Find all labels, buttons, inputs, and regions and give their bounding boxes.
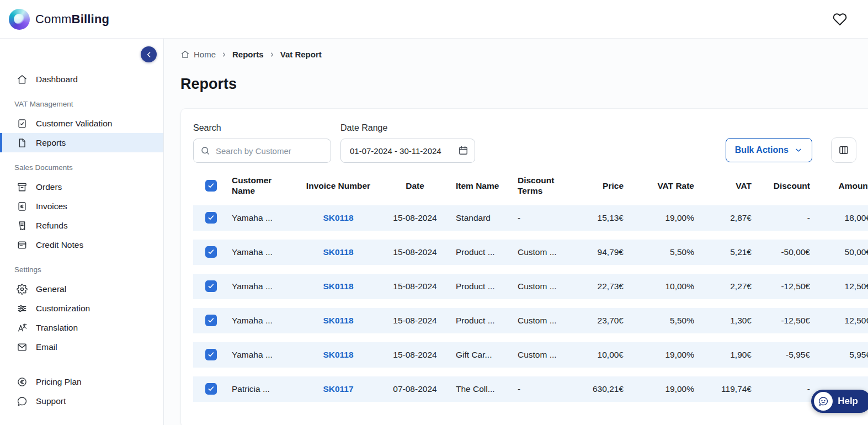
columns-settings-button[interactable] bbox=[831, 137, 856, 163]
sidebar-item-email[interactable]: Email bbox=[0, 337, 163, 357]
date-range-input[interactable] bbox=[340, 139, 475, 163]
sidebar-item-label: Credit Notes bbox=[36, 240, 83, 250]
brand-logo[interactable]: CommBilling bbox=[9, 9, 109, 30]
help-chat-icon bbox=[814, 392, 833, 411]
header-vat-rate[interactable]: VAT Rate bbox=[627, 175, 697, 196]
sidebar-item-dashboard[interactable]: Dashboard bbox=[0, 70, 163, 89]
sidebar-item-refunds[interactable]: Refunds bbox=[0, 216, 163, 235]
header-invoice-number[interactable]: Invoice Number bbox=[299, 175, 377, 196]
sidebar-item-label: Translation bbox=[36, 323, 78, 333]
cell-customer-name: Yamaha ... bbox=[228, 342, 299, 368]
check-icon bbox=[207, 351, 215, 358]
sidebar-item-label: Orders bbox=[36, 182, 62, 192]
cell-date: 15-08-2024 bbox=[377, 342, 452, 368]
search-input[interactable] bbox=[193, 139, 331, 163]
header-price[interactable]: Price bbox=[567, 175, 627, 196]
sidebar-item-label: Pricing Plan bbox=[36, 377, 82, 387]
calendar-icon[interactable] bbox=[458, 145, 468, 156]
search-icon bbox=[200, 146, 210, 156]
breadcrumb-current: Vat Report bbox=[280, 50, 322, 59]
favorites-heart-icon[interactable] bbox=[833, 12, 847, 26]
filters-row: Search Date Range Bulk Actions bbox=[193, 123, 868, 163]
row-checkbox[interactable] bbox=[205, 349, 217, 360]
row-checkbox[interactable] bbox=[205, 383, 217, 395]
cell-date: 07-08-2024 bbox=[377, 376, 452, 402]
app-logo-icon bbox=[9, 9, 30, 30]
bulk-actions-button[interactable]: Bulk Actions bbox=[726, 138, 812, 162]
cell-select bbox=[193, 342, 228, 368]
select-all-checkbox[interactable] bbox=[205, 180, 217, 192]
brand-name-bold: Billing bbox=[72, 12, 110, 26]
translate-icon bbox=[17, 322, 28, 333]
cell-price: 10,00€ bbox=[567, 342, 627, 368]
row-checkbox[interactable] bbox=[205, 212, 217, 224]
cell-date: 15-08-2024 bbox=[377, 240, 452, 265]
home-icon bbox=[17, 74, 28, 85]
breadcrumb-home[interactable]: Home bbox=[180, 50, 216, 59]
cell-price: 22,73€ bbox=[567, 274, 627, 299]
table-row: Patricia ... SK0117 07-08-2024 The Coll.… bbox=[193, 376, 868, 402]
header-date[interactable]: Date bbox=[377, 175, 452, 196]
sliders-icon bbox=[17, 303, 28, 314]
cell-amount: 12,50€ bbox=[813, 274, 868, 299]
header-discount[interactable]: Discount bbox=[755, 175, 813, 196]
main-content: Home Reports Vat Report Reports Search D… bbox=[164, 39, 868, 425]
help-button[interactable]: Help bbox=[811, 390, 868, 413]
cell-amount: 5,95€ bbox=[813, 342, 868, 368]
sidebar-item-customer-validation[interactable]: Customer Validation bbox=[0, 114, 163, 133]
header-vat[interactable]: VAT bbox=[697, 175, 755, 196]
table-row: Yamaha ... SK0118 15-08-2024 Standard - … bbox=[193, 205, 868, 231]
cell-discount-terms: Custom ... bbox=[514, 240, 567, 265]
invoice-link[interactable]: SK0118 bbox=[323, 316, 353, 325]
sidebar-item-general[interactable]: General bbox=[0, 279, 163, 299]
invoice-link[interactable]: SK0118 bbox=[323, 350, 353, 359]
header-item-name[interactable]: Item Name bbox=[452, 175, 514, 196]
check-icon bbox=[207, 385, 215, 392]
cell-invoice-number: SK0118 bbox=[299, 308, 377, 333]
breadcrumb-reports[interactable]: Reports bbox=[232, 50, 264, 59]
cell-discount-terms: Custom ... bbox=[514, 342, 567, 368]
sidebar-item-customization[interactable]: Customization bbox=[0, 299, 163, 318]
sidebar-item-label: Dashboard bbox=[36, 75, 78, 84]
sidebar-item-orders[interactable]: Orders bbox=[0, 177, 163, 196]
check-icon bbox=[207, 248, 215, 256]
header-amount[interactable]: Amount bbox=[813, 175, 868, 196]
header-customer-name[interactable]: Customer Name bbox=[228, 175, 299, 196]
table-row: Yamaha ... SK0118 15-08-2024 Product ...… bbox=[193, 308, 868, 333]
gear-icon bbox=[17, 284, 28, 295]
sidebar-item-pricing-plan[interactable]: Pricing Plan bbox=[0, 372, 163, 391]
invoice-link[interactable]: SK0118 bbox=[323, 281, 353, 291]
invoice-link[interactable]: SK0118 bbox=[323, 213, 353, 222]
page-title: Reports bbox=[180, 76, 868, 93]
sidebar-item-credit-notes[interactable]: Credit Notes bbox=[0, 235, 163, 254]
cell-discount-terms: Custom ... bbox=[514, 308, 567, 333]
row-checkbox[interactable] bbox=[205, 315, 217, 326]
columns-icon bbox=[838, 145, 849, 156]
sidebar-item-invoices[interactable]: Invoices bbox=[0, 196, 163, 216]
chevron-right-icon bbox=[221, 51, 227, 58]
cell-discount-terms: - bbox=[514, 376, 567, 402]
cell-amount: 12,50€ bbox=[813, 308, 868, 333]
cell-discount-terms: Custom ... bbox=[514, 274, 567, 299]
sidebar-item-support[interactable]: Support bbox=[0, 391, 163, 411]
home-icon bbox=[180, 50, 190, 59]
cell-item-name: Standard bbox=[452, 205, 514, 231]
sidebar-item-translation[interactable]: Translation bbox=[0, 318, 163, 337]
mail-icon bbox=[17, 342, 28, 353]
breadcrumb-home-label: Home bbox=[194, 50, 216, 59]
header-discount-terms[interactable]: Discount Terms bbox=[514, 175, 567, 196]
row-checkbox[interactable] bbox=[205, 246, 217, 258]
cell-date: 15-08-2024 bbox=[377, 205, 452, 231]
cell-item-name: Product ... bbox=[452, 274, 514, 299]
invoice-link[interactable]: SK0118 bbox=[323, 247, 353, 257]
invoice-link[interactable]: SK0117 bbox=[323, 384, 353, 394]
check-icon bbox=[207, 317, 215, 324]
cell-discount: -5,95€ bbox=[755, 342, 813, 368]
cell-vat-rate: 5,50% bbox=[627, 240, 697, 265]
row-checkbox[interactable] bbox=[205, 280, 217, 292]
sidebar-collapse-button[interactable] bbox=[141, 46, 157, 62]
app-shell: Dashboard VAT Management Customer Valida… bbox=[0, 39, 868, 425]
chat-icon bbox=[17, 396, 28, 407]
cell-price: 630,21€ bbox=[567, 376, 627, 402]
sidebar-item-reports[interactable]: Reports bbox=[0, 133, 163, 152]
